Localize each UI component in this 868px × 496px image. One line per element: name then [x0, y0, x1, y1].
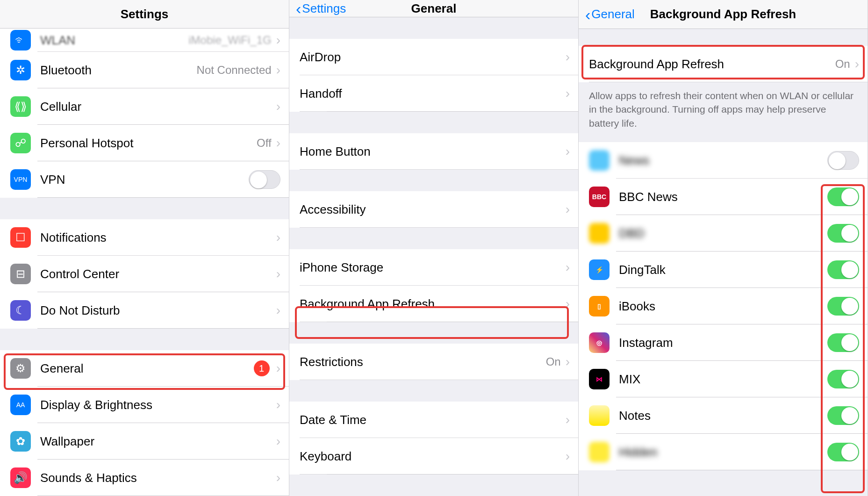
vpn-icon: VPN — [10, 169, 31, 190]
row-label: Bluetooth — [40, 63, 197, 78]
chevron-right-icon: › — [566, 261, 570, 274]
app-row[interactable]: ◎Instagram — [579, 324, 868, 361]
chevron-right-icon: › — [566, 413, 570, 426]
toggle-switch[interactable] — [827, 370, 859, 388]
general-icon: ⚙ — [10, 358, 31, 379]
row-detail: On — [546, 355, 561, 368]
bar-list: Background App Refresh On › Allow apps t… — [579, 29, 868, 470]
row-label: Background App Refresh — [589, 57, 835, 72]
app-icon: BBC — [589, 187, 610, 207]
app-row[interactable]: ▯iBooks — [579, 288, 868, 324]
back-button[interactable]: ‹ Settings — [296, 0, 346, 16]
nav-title: Settings — [0, 7, 289, 22]
list-row[interactable]: RestrictionsOn› — [289, 344, 578, 380]
wifi-icon: ᯤ — [10, 30, 31, 50]
row-label: Keyboard — [300, 449, 566, 464]
row-detail: On — [835, 58, 850, 71]
app-icon — [589, 223, 610, 244]
row-label: Personal Hotspot — [40, 136, 257, 151]
app-label: MIX — [619, 372, 827, 387]
chevron-right-icon: › — [276, 398, 280, 411]
list-row[interactable]: Handoff› — [289, 75, 578, 112]
toggle-switch[interactable] — [827, 187, 859, 206]
list-row[interactable]: AADisplay & Brightness› — [0, 387, 289, 423]
settings-list: ᯤWLANiMobie_WiFi_1G›✲BluetoothNot Connec… — [0, 29, 289, 496]
list-row[interactable]: Home Button› — [289, 133, 578, 170]
row-label: VPN — [40, 173, 249, 187]
row-label: WLAN — [40, 33, 188, 48]
row-label: Restrictions — [300, 355, 546, 369]
toggle-switch[interactable] — [827, 260, 859, 279]
bar-pane: ‹ General Background App Refresh Backgro… — [579, 0, 868, 496]
list-row[interactable]: Background App Refresh› — [289, 286, 578, 322]
row-label: iPhone Storage — [300, 260, 566, 275]
bar-master-row[interactable]: Background App Refresh On › — [579, 46, 868, 82]
toggle-switch[interactable] — [827, 333, 859, 352]
app-icon: ⋈ — [589, 369, 610, 389]
list-row[interactable]: ⟪⟫Cellular› — [0, 88, 289, 125]
row-label: AirDrop — [300, 50, 566, 65]
app-row[interactable]: DBD — [579, 215, 868, 252]
list-row[interactable]: VPNVPN — [0, 161, 289, 198]
app-label: News — [619, 153, 827, 168]
toggle-switch[interactable] — [827, 151, 859, 170]
row-label: General — [40, 361, 254, 376]
chevron-right-icon: › — [276, 137, 280, 150]
list-row[interactable]: ☐Notifications› — [0, 219, 289, 256]
app-icon: ▯ — [589, 296, 610, 316]
control-center-icon: ⊟ — [10, 264, 31, 284]
app-row[interactable]: News — [579, 142, 868, 179]
chevron-right-icon: › — [566, 355, 570, 368]
app-label: iBooks — [619, 299, 827, 314]
app-row[interactable]: Notes — [579, 397, 868, 434]
list-row[interactable]: ✿Wallpaper› — [0, 423, 289, 460]
toggle-switch[interactable] — [827, 224, 859, 243]
app-label: DingTalk — [619, 263, 827, 277]
app-row[interactable]: ⋈MIX — [579, 361, 868, 397]
bluetooth-icon: ✲ — [10, 60, 31, 80]
row-detail: Not Connected — [197, 64, 272, 77]
list-row[interactable]: iPhone Storage› — [289, 249, 578, 286]
chevron-right-icon: › — [276, 34, 280, 47]
row-label: Sounds & Haptics — [40, 471, 276, 485]
app-label: Notes — [619, 409, 827, 423]
chevron-right-icon: › — [276, 471, 280, 484]
row-label: Accessibility — [300, 202, 566, 217]
toggle-switch[interactable] — [827, 297, 859, 316]
list-row[interactable]: ☍Personal HotspotOff› — [0, 125, 289, 161]
list-row[interactable]: ⊟Control Center› — [0, 256, 289, 292]
toggle-switch[interactable] — [827, 406, 859, 425]
app-icon: ⚡ — [589, 259, 610, 280]
list-row[interactable]: 🔊Sounds & Haptics› — [0, 460, 289, 496]
list-row[interactable]: ✲BluetoothNot Connected› — [0, 52, 289, 88]
app-label: BBC News — [619, 190, 827, 204]
app-icon — [589, 442, 610, 462]
app-row[interactable]: Hidden — [579, 434, 868, 470]
list-row[interactable]: Date & Time› — [289, 402, 578, 438]
general-pane: ‹ Settings General AirDrop›Handoff›Home … — [289, 0, 579, 496]
nav-bar: ‹ General Background App Refresh — [579, 0, 868, 29]
chevron-right-icon: › — [276, 267, 280, 280]
back-button[interactable]: ‹ General — [585, 7, 635, 22]
nav-bar: Settings — [0, 0, 289, 29]
app-row[interactable]: ⚡DingTalk — [579, 252, 868, 288]
notifications-icon: ☐ — [10, 227, 31, 248]
list-row[interactable]: AirDrop› — [289, 39, 578, 75]
back-label: Settings — [302, 1, 346, 16]
app-row[interactable]: BBCBBC News — [579, 179, 868, 215]
list-row[interactable]: Keyboard› — [289, 438, 578, 474]
chevron-right-icon: › — [276, 304, 280, 317]
app-label: DBD — [619, 226, 827, 241]
toggle-switch[interactable] — [827, 443, 859, 461]
chevron-right-icon: › — [276, 64, 280, 77]
chevron-right-icon: › — [276, 362, 280, 375]
list-row[interactable]: ᯤWLANiMobie_WiFi_1G› — [0, 29, 289, 52]
toggle-switch[interactable] — [249, 170, 280, 189]
list-row[interactable]: ☾Do Not Disturb› — [0, 292, 289, 329]
row-label: Display & Brightness — [40, 398, 276, 412]
general-list: AirDrop›Handoff›Home Button›Accessibilit… — [289, 17, 578, 496]
list-row[interactable]: Accessibility› — [289, 191, 578, 228]
chevron-right-icon: › — [566, 50, 570, 64]
list-row[interactable]: ⚙General1› — [0, 350, 289, 387]
chevron-right-icon: › — [566, 87, 570, 100]
